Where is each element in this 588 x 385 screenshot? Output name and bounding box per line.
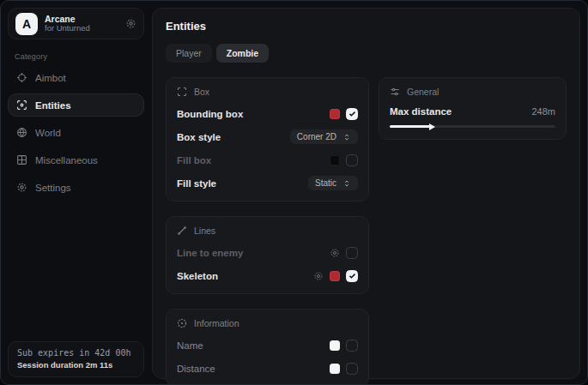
max-distance-value: 248m	[531, 106, 555, 117]
sidebar-nav: Aimbot Entities World	[8, 66, 144, 199]
information-section-title: Information	[194, 318, 239, 328]
sidebar-item-miscellaneous[interactable]: Miscellaneous	[8, 148, 144, 171]
box-section-title: Box	[194, 87, 209, 97]
bounding-box-label: Bounding box	[177, 109, 243, 119]
max-distance-slider[interactable]	[390, 125, 555, 128]
gear-icon	[16, 182, 27, 193]
bounding-box-checkbox[interactable]	[346, 108, 358, 120]
brand-subtitle: for Unturned	[45, 24, 90, 33]
box-section-card: Box Bounding box Box style	[166, 77, 369, 202]
skeleton-settings-icon[interactable]	[313, 271, 324, 281]
sidebar-item-label: Aimbot	[35, 73, 66, 83]
session-duration-text: Session duration 2m 11s	[17, 360, 135, 370]
category-label: Category	[15, 52, 144, 61]
line-icon	[177, 226, 187, 236]
skeleton-color-swatch[interactable]	[330, 271, 340, 281]
fill-style-dropdown[interactable]: Static	[308, 176, 358, 190]
fill-box-color-swatch[interactable]	[330, 155, 340, 165]
tab-bar: Player Zombie	[166, 44, 567, 63]
line-to-enemy-row: Line to enemy	[177, 246, 358, 259]
line-to-enemy-label: Line to enemy	[177, 248, 243, 258]
sidebar-item-settings[interactable]: Settings	[8, 176, 144, 199]
content-area: Box Bounding box Box style	[166, 77, 567, 385]
lines-section-title: Lines	[194, 226, 215, 236]
name-label: Name	[177, 340, 203, 351]
main-panel: Entities Player Zombie Box	[152, 8, 580, 379]
fill-style-label: Fill style	[177, 178, 216, 189]
tab-zombie[interactable]: Zombie	[216, 44, 269, 63]
crosshair-icon	[16, 72, 27, 83]
sidebar-item-label: World	[35, 128, 61, 138]
tab-player[interactable]: Player	[166, 44, 212, 63]
line-to-enemy-settings-icon[interactable]	[330, 248, 340, 258]
name-checkbox[interactable]	[346, 340, 358, 352]
sidebar: A Arcane for Unturned Category Aimbot	[1, 1, 151, 384]
skeleton-checkbox[interactable]	[346, 270, 358, 282]
sidebar-item-label: Miscellaneous	[35, 155, 98, 165]
scan-eye-icon	[16, 99, 27, 111]
sub-expiry-text: Sub expires in 42d 00h	[17, 348, 135, 358]
box-style-dropdown[interactable]: Corner 2D	[290, 129, 358, 144]
distance-label: Distance	[177, 364, 215, 374]
sidebar-item-label: Entities	[35, 100, 71, 111]
page-title: Entities	[166, 20, 567, 33]
brand-card: A Arcane for Unturned	[8, 8, 144, 39]
sidebar-item-label: Settings	[35, 183, 71, 193]
globe-icon	[16, 127, 27, 138]
fill-box-label: Fill box	[177, 155, 211, 165]
right-column: General Max distance 248m	[379, 77, 567, 140]
max-distance-label: Max distance	[390, 106, 452, 117]
skeleton-row: Skeleton	[177, 269, 358, 282]
name-color-swatch[interactable]	[330, 340, 340, 351]
fill-box-checkbox[interactable]	[346, 154, 358, 166]
distance-checkbox[interactable]	[346, 363, 358, 375]
slider-handle[interactable]	[429, 123, 435, 130]
sidebar-item-aimbot[interactable]: Aimbot	[8, 66, 144, 89]
box-style-value: Corner 2D	[297, 132, 336, 141]
chevrons-up-down-icon	[342, 133, 351, 141]
line-to-enemy-checkbox[interactable]	[346, 247, 358, 259]
fill-style-value: Static	[315, 178, 336, 188]
chevrons-up-down-icon	[342, 179, 351, 188]
sliders-icon	[390, 87, 400, 97]
distance-color-swatch[interactable]	[330, 364, 340, 374]
lines-section-card: Lines Line to enemy	[166, 216, 369, 294]
app-window: A Arcane for Unturned Category Aimbot	[0, 0, 588, 385]
information-section-card: Information Name Distance	[166, 309, 369, 385]
box-style-row: Box style Corner 2D	[177, 130, 358, 143]
name-row: Name	[177, 339, 358, 352]
general-section-card: General Max distance 248m	[379, 77, 567, 140]
layout-grid-icon	[16, 154, 27, 165]
bounding-box-color-swatch[interactable]	[330, 109, 340, 119]
fill-style-row: Fill style Static	[177, 177, 358, 189]
slider-fill	[390, 125, 431, 128]
fill-box-row: Fill box	[177, 153, 358, 166]
brand-logo: A	[15, 13, 38, 35]
box-style-label: Box style	[177, 132, 221, 142]
box-scan-icon	[177, 87, 187, 97]
general-section-title: General	[407, 87, 439, 97]
left-column: Box Bounding box Box style	[166, 77, 369, 385]
skeleton-label: Skeleton	[177, 271, 218, 281]
sync-gear-icon[interactable]	[125, 18, 136, 29]
distance-row: Distance	[177, 362, 358, 375]
sidebar-item-entities[interactable]: Entities	[8, 93, 144, 117]
bounding-box-row: Bounding box	[177, 107, 358, 120]
subscription-card: Sub expires in 42d 00h Session duration …	[8, 341, 144, 377]
sidebar-item-world[interactable]: World	[8, 121, 144, 144]
max-distance-row: Max distance 248m	[390, 106, 555, 117]
info-icon	[177, 318, 187, 328]
